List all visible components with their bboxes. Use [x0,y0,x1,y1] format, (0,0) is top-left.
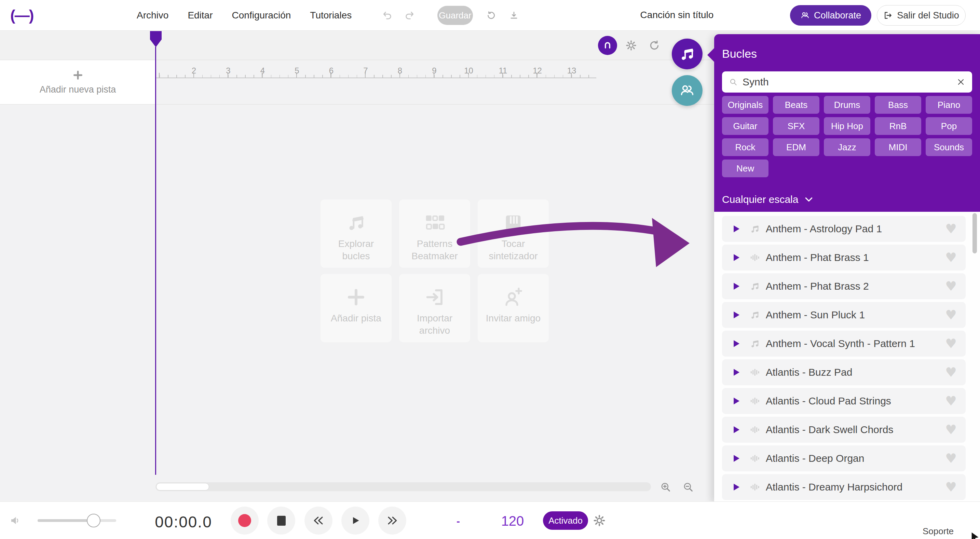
collaborate-button[interactable]: Collaborate [790,5,871,25]
loop-row[interactable]: Atlantis - Cloud Pad Strings♥ [722,388,966,414]
loop-play-button[interactable] [731,367,741,377]
timeline-scrollbar-thumb[interactable] [156,483,209,490]
filter-chip-bass[interactable]: Bass [875,96,921,114]
loop-play-button[interactable] [731,396,741,406]
loop-row[interactable]: Anthem - Phat Brass 2♥ [722,273,966,299]
save-button[interactable]: Guardar [438,6,473,25]
filter-chip-hip-hop[interactable]: Hip Hop [824,117,870,135]
add-new-track-button[interactable]: Añadir nueva pista [0,60,156,104]
filter-chip-rock[interactable]: Rock [722,138,768,156]
redo-icon[interactable] [404,10,415,21]
scale-selector-label: Cualquier escala [722,194,798,205]
zoom-out-icon[interactable] [682,481,694,493]
menu-configuraci-n[interactable]: Configuración [232,10,291,21]
metronome-toggle-button[interactable]: Activado [543,511,588,530]
rewind-button[interactable] [304,507,332,534]
clear-search-icon[interactable] [956,78,965,86]
loop-row[interactable]: Anthem - Vocal Synth - Pattern 1♥ [722,331,966,356]
filter-chip-drums[interactable]: Drums [824,96,870,114]
favorite-heart-icon[interactable]: ♥ [945,223,957,235]
scale-selector[interactable]: Cualquier escala [722,194,814,205]
menu-editar[interactable]: Editar [188,10,213,21]
menu-archivo[interactable]: Archivo [137,10,169,21]
filter-chip-jazz[interactable]: Jazz [824,138,870,156]
loop-title: Atlantis - Deep Organ [766,453,864,464]
collaboration-panel-toggle-button[interactable] [672,75,703,106]
favorite-heart-icon[interactable]: ♥ [945,251,957,264]
loop-title: Atlantis - Dreamy Harpsichord [766,481,902,493]
filter-chip-rnb[interactable]: RnB [875,117,921,135]
favorite-heart-icon[interactable]: ♥ [945,452,957,465]
ruler-bar-number: 12 [533,66,542,75]
loop-row[interactable]: Anthem - Phat Brass 1♥ [722,245,966,270]
card-a-adir-pista[interactable]: Añadir pista [320,274,391,342]
loop-play-button[interactable] [731,224,741,234]
loop-row[interactable]: Atlantis - Dark Swell Chords♥ [722,417,966,443]
filter-chip-beats[interactable]: Beats [773,96,819,114]
favorite-heart-icon[interactable]: ♥ [945,423,957,436]
filter-chip-midi[interactable]: MIDI [875,138,921,156]
time-signature[interactable]: - [457,515,460,527]
download-icon[interactable] [509,10,519,21]
loop-row[interactable]: Anthem - Astrology Pad 1♥ [722,216,966,242]
snap-magnet-button[interactable] [598,36,617,55]
loop-play-button[interactable] [731,339,741,349]
track-header-bottom-border [0,104,714,105]
card-invitar-amigo[interactable]: Invitar amigo [478,274,549,342]
volume-slider[interactable] [38,519,116,522]
beatmaker-grid-icon [424,212,445,234]
record-button[interactable] [231,507,259,534]
loop-search-box [722,72,972,92]
zoom-in-icon[interactable] [660,481,671,493]
version-history-icon[interactable] [486,10,496,21]
support-link[interactable]: Soporte [923,526,954,537]
card-explorar-bucles[interactable]: Explorar bucles [320,199,391,268]
favorite-heart-icon[interactable]: ♥ [945,280,957,293]
filter-chip-new[interactable]: New [722,159,768,177]
exit-studio-button[interactable]: Salir del Studio [877,5,966,25]
loop-row[interactable]: Atlantis - Deep Organ♥ [722,445,966,471]
card-patterns-beatmaker[interactable]: Patterns Beatmaker [399,199,470,268]
loop-search-input[interactable] [743,76,951,88]
menu-tutoriales[interactable]: Tutoriales [310,10,352,21]
filter-chip-guitar[interactable]: Guitar [722,117,768,135]
tempo-value[interactable]: 120 [501,514,524,529]
card-importar-archivo[interactable]: Importar archivo [399,274,470,342]
song-title[interactable]: Canción sin título [640,10,714,21]
favorite-heart-icon[interactable]: ♥ [945,366,957,379]
card-label: Patterns Beatmaker [404,238,465,262]
play-button[interactable] [341,507,369,534]
volume-slider-thumb[interactable] [87,514,100,527]
card-tocar-sintetizador[interactable]: Tocar sintetizador [478,199,549,268]
loop-play-button[interactable] [731,281,741,291]
piano-keys-icon [502,212,524,234]
loop-play-button[interactable] [731,453,741,464]
loop-play-button[interactable] [731,253,741,263]
timeline-settings-gear-icon[interactable] [625,40,637,51]
loop-row[interactable]: Atlantis - Buzz Pad♥ [722,359,966,385]
favorite-heart-icon[interactable]: ♥ [945,394,957,407]
loop-play-button[interactable] [731,310,741,320]
loops-panel-toggle-button[interactable] [672,38,703,69]
undo-icon[interactable] [382,10,393,21]
loop-row[interactable]: Anthem - Sun Pluck 1♥ [722,302,966,328]
favorite-heart-icon[interactable]: ♥ [945,480,957,494]
favorite-heart-icon[interactable]: ♥ [945,308,957,321]
timeline-scrollbar[interactable] [156,482,651,491]
filter-chip-sounds[interactable]: Sounds [926,138,972,156]
speaker-icon[interactable] [9,514,22,527]
loop-row[interactable]: Atlantis - Dreamy Harpsichord♥ [722,474,966,500]
filter-chip-originals[interactable]: Originals [722,96,768,114]
transport-settings-gear-icon[interactable] [593,514,606,527]
loop-play-button[interactable] [731,482,741,492]
fast-forward-button[interactable] [378,507,406,534]
filter-chip-sfx[interactable]: SFX [773,117,819,135]
loop-play-button[interactable] [731,425,741,435]
stop-button[interactable] [267,507,295,534]
filter-chip-piano[interactable]: Piano [926,96,972,114]
filter-chip-pop[interactable]: Pop [926,117,972,135]
loop-list-scrollbar[interactable] [972,213,977,253]
loop-toggle-icon[interactable] [649,40,660,51]
favorite-heart-icon[interactable]: ♥ [945,337,957,350]
filter-chip-edm[interactable]: EDM [773,138,819,156]
